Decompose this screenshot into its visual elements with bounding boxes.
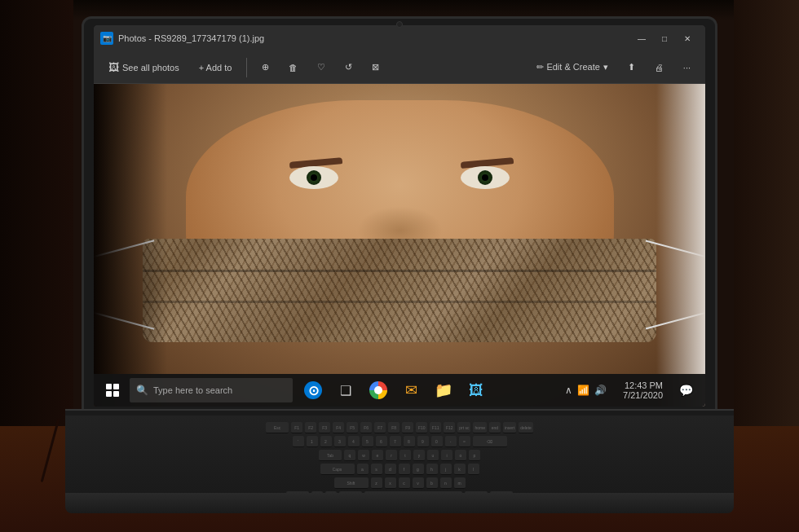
task-view-button[interactable]: ❑ xyxy=(330,375,361,406)
key-o[interactable]: o xyxy=(455,450,466,461)
key-backspace[interactable]: ⌫ xyxy=(473,436,507,447)
start-square-1 xyxy=(106,384,112,389)
key-2[interactable]: 2 xyxy=(320,436,332,447)
key-f5[interactable]: F5 xyxy=(347,422,358,433)
separator-1 xyxy=(246,58,247,77)
key-4[interactable]: 4 xyxy=(348,436,360,447)
key-6[interactable]: 6 xyxy=(376,436,387,447)
key-k[interactable]: k xyxy=(454,464,466,475)
key-q[interactable]: q xyxy=(344,450,355,461)
key-9[interactable]: 9 xyxy=(417,436,429,447)
rotate-button[interactable]: ↺ xyxy=(337,55,360,80)
key-f10[interactable]: F10 xyxy=(416,422,427,433)
zoom-icon: ⊕ xyxy=(262,62,269,73)
key-w[interactable]: w xyxy=(358,450,369,461)
photo-toolbar: 🖼 See all photos + Add to ⊕ 🗑 xyxy=(94,51,705,84)
key-3[interactable]: 3 xyxy=(334,436,346,447)
key-h[interactable]: h xyxy=(426,464,438,475)
key-d[interactable]: d xyxy=(385,464,396,475)
key-5[interactable]: 5 xyxy=(362,436,373,447)
key-e[interactable]: e xyxy=(372,450,383,461)
key-v[interactable]: v xyxy=(413,477,424,489)
keyboard-area: Esc F1 F2 F3 F4 F5 F6 F7 F8 F9 F10 F11 F… xyxy=(65,415,734,493)
key-tab[interactable]: Tab xyxy=(319,450,342,461)
key-f8[interactable]: F8 xyxy=(388,422,400,433)
key-8[interactable]: 8 xyxy=(404,436,415,447)
more-button[interactable]: ··· xyxy=(675,55,699,80)
key-f9[interactable]: F9 xyxy=(402,422,413,433)
key-f2[interactable]: F2 xyxy=(305,422,316,433)
left-iris xyxy=(307,170,321,185)
key-y[interactable]: y xyxy=(413,450,425,461)
key-minus[interactable]: - xyxy=(445,436,457,447)
system-tray: ∧ 📶 🔊 12:43 PM 7/21/2020 💬 xyxy=(558,375,702,406)
key-p[interactable]: p xyxy=(469,450,480,461)
key-f6[interactable]: F6 xyxy=(360,422,372,433)
key-f1[interactable]: F1 xyxy=(291,422,302,433)
crop-button[interactable]: ⊠ xyxy=(364,55,387,80)
key-f4[interactable]: F4 xyxy=(333,422,344,433)
key-f12[interactable]: F12 xyxy=(444,422,455,433)
key-m[interactable]: m xyxy=(454,477,466,489)
key-shift-left[interactable]: Shift xyxy=(334,477,369,489)
key-x[interactable]: x xyxy=(385,477,396,489)
key-end[interactable]: end xyxy=(489,422,501,433)
chrome-icon xyxy=(369,381,387,399)
photo-titlebar: 📷 Photos - RS9289_177347179 (1).jpg — □ … xyxy=(94,25,705,51)
key-home[interactable]: home xyxy=(473,422,487,433)
notification-button[interactable]: 💬 xyxy=(673,375,699,406)
key-l[interactable]: l xyxy=(468,464,479,475)
photos-app-button[interactable]: 🖼 xyxy=(461,375,492,406)
key-b[interactable]: b xyxy=(426,477,438,489)
key-f11[interactable]: F11 xyxy=(430,422,441,433)
key-delete[interactable]: delete xyxy=(519,422,533,433)
left-pupil xyxy=(311,174,317,181)
key-r[interactable]: r xyxy=(386,450,397,461)
key-t[interactable]: t xyxy=(400,450,411,461)
key-0[interactable]: 0 xyxy=(431,436,443,447)
key-insert[interactable]: insert xyxy=(503,422,516,433)
key-1[interactable]: 1 xyxy=(307,436,318,447)
key-esc[interactable]: Esc xyxy=(266,422,289,433)
key-backtick[interactable]: ` xyxy=(293,436,304,447)
key-u[interactable]: u xyxy=(427,450,439,461)
email-button[interactable]: ✉ xyxy=(395,375,426,406)
taskbar: 🔍 Type here to search ⊙ ❑ xyxy=(94,374,705,407)
heart-button[interactable]: ♡ xyxy=(309,55,333,80)
key-j[interactable]: j xyxy=(440,464,452,475)
key-i[interactable]: i xyxy=(441,450,452,461)
key-f7[interactable]: F7 xyxy=(374,422,386,433)
key-z[interactable]: z xyxy=(371,477,382,489)
key-caps[interactable]: Caps xyxy=(320,464,355,475)
print-button[interactable]: 🖨 xyxy=(647,55,672,80)
share-button[interactable]: ⬆ xyxy=(620,55,643,80)
key-f3[interactable]: F3 xyxy=(319,422,330,433)
close-button[interactable]: ✕ xyxy=(676,25,699,51)
key-s[interactable]: s xyxy=(371,464,382,475)
key-7[interactable]: 7 xyxy=(390,436,401,447)
zoom-in-button[interactable]: ⊕ xyxy=(254,55,277,80)
add-to-button[interactable]: + Add to xyxy=(191,55,241,80)
minimize-button[interactable]: — xyxy=(630,25,653,51)
laptop-hinge xyxy=(65,409,734,415)
key-f[interactable]: f xyxy=(399,464,410,475)
systray-icons-group[interactable]: ∧ 📶 🔊 xyxy=(558,375,613,406)
cortana-button[interactable]: ⊙ xyxy=(298,375,329,406)
key-a[interactable]: a xyxy=(357,464,369,475)
taskbar-search[interactable]: 🔍 Type here to search xyxy=(130,378,293,402)
key-n[interactable]: n xyxy=(440,477,452,489)
maximize-button[interactable]: □ xyxy=(653,25,676,51)
photo-image: ⤢ xyxy=(94,84,705,407)
file-explorer-button[interactable]: 📁 xyxy=(428,375,459,406)
clock[interactable]: 12:43 PM 7/21/2020 xyxy=(616,380,669,400)
see-all-photos-button[interactable]: 🖼 See all photos xyxy=(100,55,188,80)
start-button[interactable] xyxy=(97,375,128,406)
key-c[interactable]: c xyxy=(399,477,410,489)
left-eye-white xyxy=(289,166,338,189)
delete-button[interactable]: 🗑 xyxy=(280,55,306,80)
key-g[interactable]: g xyxy=(413,464,424,475)
key-equals[interactable]: = xyxy=(459,436,470,447)
chrome-button[interactable] xyxy=(363,375,394,406)
edit-create-button[interactable]: ✏ Edit & Create ▾ xyxy=(528,55,616,80)
key-prtsc[interactable]: prt sc xyxy=(457,422,470,433)
